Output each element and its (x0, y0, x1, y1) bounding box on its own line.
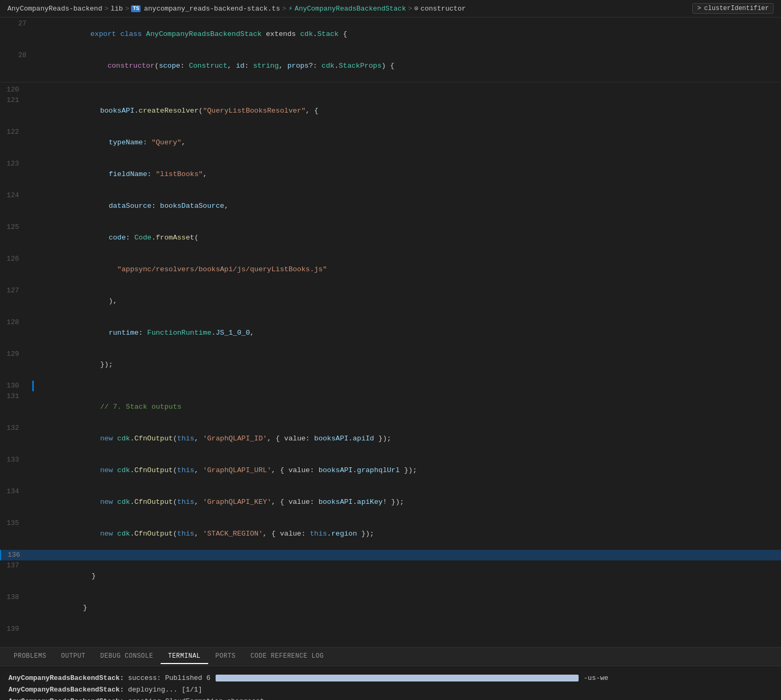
terminal-line2-text: deploying... [1/1] (128, 686, 202, 694)
code-line-127: 127 ), (0, 285, 781, 317)
code-line-129: 129 }); (0, 349, 781, 381)
terminal-line3-key: AnyCompanyReadsBackendStack: (8, 697, 124, 700)
ts-badge: TS (131, 5, 141, 12)
breadcrumb-method-icon: ⊙ (414, 4, 419, 13)
code-line-130: 130 (0, 381, 781, 391)
tab-terminal[interactable]: TERMINAL (161, 649, 208, 664)
code-line-136: 136 (0, 550, 781, 560)
class-line-27: 27 export class AnyCompanyReadsBackendSt… (7, 19, 774, 50)
tab-debug-console[interactable]: DEBUG CONSOLE (93, 649, 161, 664)
gutter-indicator-130 (32, 381, 34, 391)
code-line-124: 124 dataSource: booksDataSource, (0, 190, 781, 222)
code-line-139: 139 (0, 624, 781, 634)
terminal-blurred-1 (216, 675, 579, 681)
breadcrumb-filename[interactable]: anycompany_reads-backend-stack.ts (144, 5, 280, 13)
breadcrumb-sep4: > (408, 5, 412, 13)
code-line-121: 121 booksAPI.createResolver("QueryListBo… (0, 95, 781, 127)
code-line-128: 128 runtime: FunctionRuntime.JS_1_0_0, (0, 317, 781, 349)
line-content-27: export class AnyCompanyReadsBackendStack… (45, 19, 774, 50)
line-number-28: 28 (7, 50, 35, 61)
breadcrumb-right-label: clusterIdentifier (704, 5, 769, 12)
code-line-133: 133 new cdk.CfnOutput(this, 'GraphQLAPI_… (0, 455, 781, 486)
code-line-134: 134 new cdk.CfnOutput(this, 'GraphQLAPI_… (0, 486, 781, 518)
code-line-122: 122 typeName: "Query", (0, 127, 781, 159)
code-line-123: 123 fieldName: "listBooks", (0, 159, 781, 190)
breadcrumb-method[interactable]: constructor (421, 5, 466, 13)
code-line-125: 125 code: Code.fromAsset( (0, 222, 781, 254)
breadcrumb: AnyCompanyReads-backend > lib > TS anyco… (0, 0, 781, 17)
panel-tabs: PROBLEMS OUTPUT DEBUG CONSOLE TERMINAL P… (0, 648, 781, 666)
breadcrumb-sep2: > (125, 5, 129, 13)
breadcrumb-project[interactable]: AnyCompanyReads-backend (7, 5, 102, 13)
editor-area: 120 121 booksAPI.createResolver("QueryLi… (0, 82, 781, 637)
breadcrumb-sep1: > (104, 5, 108, 13)
terminal-line2-key: AnyCompanyReadsBackendStack: (8, 686, 124, 694)
code-line-126: 126 "appsync/resolvers/booksApi/js/query… (0, 254, 781, 285)
terminal-line1-suffix: -us-we (583, 674, 608, 682)
breadcrumb-class-icon: ⚡ (289, 4, 293, 13)
code-line-131: 131 // 7. Stack outputs (0, 391, 781, 423)
code-line-120: 120 (0, 85, 781, 95)
terminal-line1-key: AnyCompanyReadsBackendStack: (8, 674, 124, 682)
terminal-line3-text: creating CloudFormation changeset... (128, 697, 276, 700)
terminal-area: AnyCompanyReadsBackendStack: success: Pu… (0, 666, 781, 700)
breadcrumb-class[interactable]: AnyCompanyReadsBackendStack (295, 5, 406, 13)
terminal-line1-text: success: Published 6 (128, 674, 210, 682)
tab-code-reference-log[interactable]: CODE REFERENCE LOG (243, 649, 331, 664)
chevron-right-icon: > (697, 5, 701, 12)
panel-container: PROBLEMS OUTPUT DEBUG CONSOLE TERMINAL P… (0, 647, 781, 700)
tab-problems[interactable]: PROBLEMS (6, 649, 54, 664)
code-line-137: 137 } (0, 560, 781, 592)
terminal-line-2: AnyCompanyReadsBackendStack: deploying..… (8, 684, 773, 696)
breadcrumb-sep3: > (282, 5, 286, 13)
breadcrumb-folder[interactable]: lib (110, 5, 123, 13)
tab-output[interactable]: OUTPUT (54, 649, 93, 664)
code-line-132: 132 new cdk.CfnOutput(this, 'GraphQLAPI_… (0, 423, 781, 455)
terminal-line-1: AnyCompanyReadsBackendStack: success: Pu… (8, 673, 773, 684)
line-number-27: 27 (7, 19, 35, 29)
breadcrumb-right-section[interactable]: > clusterIdentifier (692, 3, 774, 14)
tab-ports[interactable]: PORTS (208, 649, 244, 664)
class-header: 27 export class AnyCompanyReadsBackendSt… (0, 17, 781, 82)
line-content-28: constructor(scope: Construct, id: string… (45, 50, 774, 82)
class-line-28: 28 constructor(scope: Construct, id: str… (7, 50, 774, 82)
terminal-line-3: AnyCompanyReadsBackendStack: creating Cl… (8, 696, 773, 700)
code-line-135: 135 new cdk.CfnOutput(this, 'STACK_REGIO… (0, 518, 781, 550)
code-line-138: 138 } (0, 592, 781, 624)
